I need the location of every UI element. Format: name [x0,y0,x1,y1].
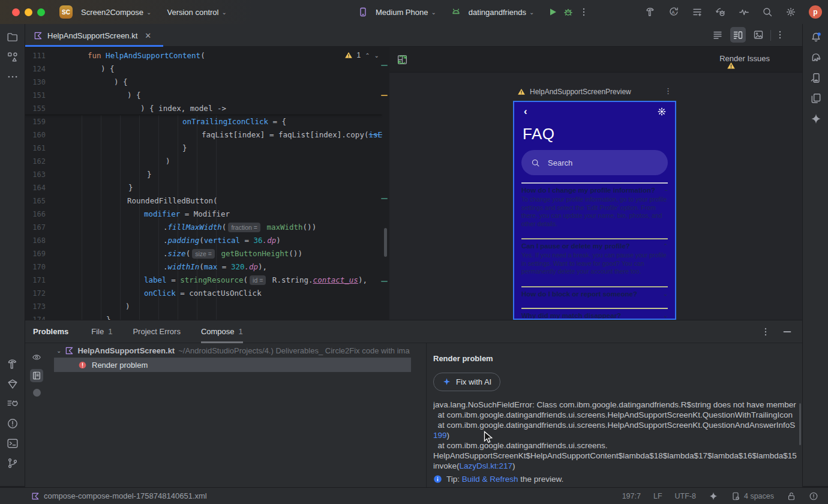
minimize-panel-icon[interactable] [782,326,793,337]
preview-menu-icon[interactable]: ⋮ [664,86,672,95]
profile-avatar[interactable]: p [809,5,822,19]
notifications-bell-icon[interactable] [810,31,822,43]
status-197-7[interactable]: 197:7 [622,492,641,500]
version-control-icon[interactable] [7,457,19,469]
code-line-170[interactable]: 170.widthIn(max = 320.dp), [25,260,389,274]
inspection-widget[interactable]: 1 ⌃ ⌄ [343,51,380,59]
tab-project-errors[interactable]: Project Errors [133,320,180,343]
running-devices-icon[interactable] [810,72,822,84]
code-line-124[interactable]: 124) { [25,62,389,76]
code-line-171[interactable]: 171label = stringResource(id = R.string.… [25,274,389,287]
faq-item[interactable]: How do I change my profile information?–… [521,182,668,238]
editor-scrollbar[interactable] [384,228,387,257]
code-view-icon[interactable] [710,27,725,43]
refresh-icon[interactable] [397,54,408,65]
open-file-icon[interactable] [30,369,43,382]
code-line-159[interactable]: 159onTrailingIconClick = { [25,115,389,128]
back-icon[interactable]: ‹ [524,106,527,118]
code-line-168[interactable]: 168.padding(vertical = 36.dp) [25,234,389,247]
run-icon[interactable] [547,7,558,17]
project-folder-icon[interactable] [7,31,19,43]
faq-chevron-icon[interactable]: ⌃ [663,243,668,249]
code-line-165[interactable]: 165RoundedFilledButton( [25,194,389,208]
device-selector[interactable]: Medium Phone⌄ [376,8,436,17]
split-view-icon[interactable] [730,27,746,43]
terminal-icon[interactable] [7,437,19,449]
more-tool-windows-icon[interactable] [7,71,19,83]
error-outline-status[interactable] [809,491,818,501]
gemini-sparkle-status[interactable] [709,491,718,501]
status-lf[interactable]: LF [653,492,662,500]
project-menu[interactable]: Screen2Compose⌄ [81,8,151,17]
preview-eye-icon[interactable] [30,350,43,364]
structure-icon[interactable] [7,51,19,63]
detail-scrollbar[interactable] [799,403,801,445]
faq-item[interactable]: Why did my match disappear?⌄ [521,308,668,320]
task-list-icon[interactable] [692,7,703,17]
code-line-162[interactable]: 162) [25,155,389,168]
tab-compose[interactable]: Compose1 [201,320,243,343]
profiler-icon[interactable] [739,7,749,17]
code-line-111[interactable]: 111fun HelpAndSupportContent( [25,49,389,62]
chevron-down-icon[interactable]: ⌄ [56,347,61,354]
stripe-mark[interactable] [381,95,388,96]
preview-title[interactable]: HelpAndSupportScreenPreview [517,88,631,96]
code-line-161[interactable]: 161} [25,142,389,155]
render-issues-button[interactable]: Render Issues [719,54,770,63]
code-line-163[interactable]: 163} [25,168,389,181]
build-hammer-icon[interactable] [7,358,19,370]
close-tab-icon[interactable]: ✕ [145,31,151,40]
code-line-164[interactable]: 164} [25,181,389,194]
panel-title[interactable]: Problems [33,327,68,336]
faq-item[interactable]: How do I block or report someone?⌄ [521,286,668,308]
more-vertical-icon[interactable] [760,326,771,337]
run-configuration-selector[interactable]: datingandfriends⌄ [469,8,535,17]
code-line-160[interactable]: 160faqList[index] = faqList[index].copy(… [25,128,389,142]
design-view-icon[interactable] [751,27,766,43]
faq-chevron-icon[interactable]: ⌄ [663,313,668,319]
problems-file-node[interactable]: ⌄ HelpAndSupportScreen.kt ~/AndroidStudi… [48,343,426,358]
ai-assistant-icon[interactable]: A [668,7,679,17]
code-line-173[interactable]: 173) [25,300,389,313]
settings-gear-icon[interactable] [657,107,667,116]
code-line-155[interactable]: 155) { index, model -> [25,102,389,115]
faq-chevron-icon[interactable]: ⌄ [663,291,668,297]
gemini-sparkle-icon[interactable] [810,113,822,125]
tab-file[interactable]: File1 [91,320,112,343]
zoom-window-button[interactable] [37,8,45,16]
faq-item[interactable]: Can I pause or delete my profile?⌃Yes. I… [521,238,668,286]
code-editor[interactable]: 111fun HelpAndSupportContent(124) {130) … [25,47,389,320]
problems-error-node[interactable]: Render problem [54,358,411,372]
code-line-151[interactable]: 151) { [25,89,389,102]
code-line-174[interactable]: 174} [25,313,389,320]
more-vertical-icon[interactable] [775,29,785,40]
status-utf-8[interactable]: UTF-8 [675,492,696,500]
stripe-mark[interactable] [381,198,388,199]
tab-helpandsupportscreen[interactable]: HelpAndSupportScreen.kt ✕ [25,24,161,47]
code-line-166[interactable]: 166modifier = Modifier [25,208,389,221]
more-vertical-icon[interactable] [578,7,589,17]
stack-trace-link[interactable]: LazyDsl.kt:217 [460,461,513,470]
lightbulb-icon[interactable] [33,389,41,397]
build-hammer-icon[interactable] [645,7,656,17]
vcs-menu[interactable]: Version control⌄ [167,8,226,17]
prev-problem-icon[interactable]: ⌃ [365,52,370,59]
search-everywhere-icon[interactable] [762,7,773,17]
logcat-cat-icon[interactable] [7,398,19,410]
code-line-172[interactable]: 172onClick = contactUsOnClick [25,287,389,300]
code-line-169[interactable]: 169.size(size = getButtonHeight()) [25,247,389,260]
build-refresh-link[interactable]: Build & Refresh [462,475,518,484]
close-window-button[interactable] [12,8,20,16]
problems-icon[interactable] [7,418,19,430]
stripe-mark[interactable] [381,65,388,66]
settings-gear-icon[interactable] [785,7,796,17]
debug-icon[interactable] [563,7,574,17]
fix-with-ai-button[interactable]: Fix with AI [433,373,500,391]
code-line-167[interactable]: 167.fillMaxWidth(fraction = maxWidth()) [25,221,389,234]
stack-trace-link[interactable]: 199 [433,431,447,440]
gradle-elephant-icon[interactable] [810,52,822,64]
stripe-mark[interactable] [381,281,388,282]
minimize-window-button[interactable] [25,8,32,16]
gemini-gem-icon[interactable] [7,378,19,390]
code-line-130[interactable]: 130) { [25,76,389,89]
